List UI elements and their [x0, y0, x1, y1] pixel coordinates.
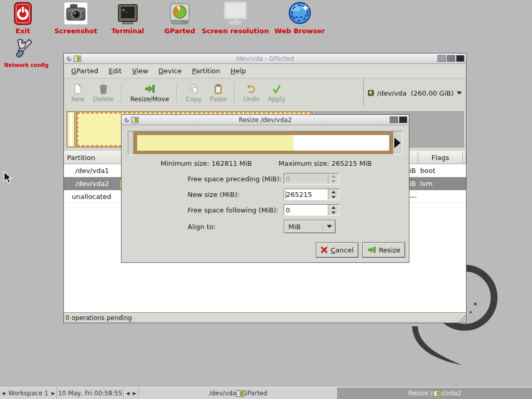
spin-up-icon[interactable]: [328, 189, 339, 194]
tools-icon: [4, 36, 46, 60]
close-button[interactable]: [399, 116, 407, 123]
maximize-button[interactable]: [390, 116, 398, 123]
power-icon: [4, 1, 42, 25]
resize-grip[interactable]: [458, 314, 466, 322]
partition-name: /dev/vda2: [64, 180, 109, 188]
disk-pie-icon: [159, 1, 201, 25]
chevron-down-icon: [457, 91, 462, 95]
apply-button[interactable]: Apply: [264, 81, 290, 106]
resize-button[interactable]: Resize: [362, 242, 405, 258]
desktop-icon-label: GParted: [159, 27, 201, 35]
row-right-fragment: ---: [409, 193, 417, 201]
align-to-dropdown[interactable]: MiB: [284, 220, 336, 233]
minimize-button[interactable]: [437, 55, 446, 62]
status-text: 0 operations pending: [64, 314, 132, 322]
undo-button[interactable]: Undo: [239, 81, 263, 106]
minimum-size-label: Minimum size: 162811 MiB: [161, 159, 252, 167]
used-space-bar: [137, 135, 294, 151]
menu-partition[interactable]: Partition: [187, 64, 225, 77]
desktop-icon-web-browser[interactable]: Web Browser: [271, 1, 328, 35]
copy-button[interactable]: Copy: [181, 81, 205, 106]
paste-button[interactable]: Paste: [206, 81, 231, 106]
device-selector-value: /dev/vda (260.00 GiB): [377, 89, 454, 97]
trash-icon: [99, 84, 108, 94]
partition-name: unallocated: [64, 193, 111, 201]
free-space-preceding-label: Free space preceding (MiB):: [188, 175, 282, 183]
maximum-size-label: Maximum size: 265215 MiB: [278, 159, 371, 167]
pager-right-icon[interactable]: ▶: [133, 391, 137, 396]
desktop-icon-network-config[interactable]: Network config: [4, 36, 46, 68]
partition-size-bar: [137, 135, 389, 151]
free-space-following-label: Free space following (MiB):: [188, 206, 278, 214]
resize-move-icon: [144, 84, 155, 94]
menu-device[interactable]: Device: [153, 64, 187, 77]
column-header-filler: [463, 151, 466, 164]
spin-down-icon: [328, 179, 339, 184]
cancel-button-label: Cancel: [330, 246, 353, 254]
dialog-titlebar[interactable]: Resize /dev/vda2: [122, 115, 409, 125]
row-right-fragment: iB lvm: [409, 180, 433, 188]
desktop-icon-screen-resolution[interactable]: Screen resolution: [202, 1, 269, 35]
status-bar: 0 operations pending: [64, 312, 466, 323]
new-button[interactable]: New: [67, 81, 89, 106]
main-titlebar[interactable]: /dev/vda - GParted: [64, 54, 466, 64]
spin-down-icon[interactable]: [328, 194, 339, 200]
desktop-icon-screenshot[interactable]: Screenshot: [54, 1, 98, 35]
device-selector[interactable]: /dev/vda (260.00 GiB): [363, 78, 466, 108]
mouse-cursor: [3, 171, 12, 185]
workspace-prev-icon[interactable]: ◀: [2, 391, 5, 396]
resize-arrow-icon: [367, 246, 376, 254]
toolbar: New Delete Resize/Move: [64, 78, 466, 109]
device-disk-icon: [368, 88, 374, 98]
cancel-x-icon: [321, 246, 328, 254]
desktop-icon-exit[interactable]: Exit: [4, 1, 42, 35]
taskbar-item-gparted[interactable]: /dev/vda - GParted: [139, 388, 338, 399]
copy-icon: [189, 84, 198, 94]
workspace-switcher[interactable]: ◀ Workspace 1 ▶: [0, 388, 57, 399]
desktop-icon-label: Screen resolution: [202, 27, 269, 35]
column-header-flags[interactable]: Flags: [418, 151, 463, 164]
resize-dialog: Resize /dev/vda2 Minimum size: 162811: [121, 114, 409, 263]
desktop-icon-terminal[interactable]: >_ Terminal: [106, 1, 150, 35]
clock: 10 May, Fri 00:58:55: [57, 388, 124, 399]
svg-text:>_: >_: [122, 7, 128, 12]
toolbar-separator: [122, 84, 123, 103]
camera-icon: [54, 1, 98, 25]
new-size-spinbox[interactable]: 265215: [284, 189, 339, 200]
free-space-following-value[interactable]: 0: [284, 205, 328, 215]
cancel-button[interactable]: Cancel: [316, 242, 358, 258]
workspace-next-icon[interactable]: ▶: [51, 391, 55, 396]
free-space-preceding-value: 0: [284, 174, 328, 184]
toolbar-separator: [234, 84, 235, 103]
clock-text: 10 May, Fri 00:58:55: [58, 390, 123, 397]
column-header-partition[interactable]: Partition: [64, 151, 122, 164]
left-resize-handle[interactable]: [128, 131, 134, 154]
menu-edit[interactable]: Edit: [103, 64, 127, 77]
window-title: /dev/vda - GParted: [64, 55, 466, 62]
spin-up-icon: [328, 174, 339, 179]
menu-help[interactable]: Help: [225, 64, 251, 77]
desktop-icon-gparted[interactable]: GParted: [159, 1, 201, 35]
desktop-icon-label: Network config: [4, 62, 46, 68]
gparted-task-icon: [433, 390, 441, 397]
right-resize-handle[interactable]: [393, 131, 402, 154]
resize-slider[interactable]: [128, 131, 403, 155]
maximize-button[interactable]: [447, 55, 455, 62]
taskbar-item-resize-dialog[interactable]: Resize /dev/vda2: [338, 388, 532, 399]
align-to-value: MiB: [284, 223, 323, 231]
spin-up-icon[interactable]: [328, 205, 339, 210]
resize-move-button[interactable]: Resize/Move: [126, 81, 174, 106]
delete-button[interactable]: Delete: [89, 81, 117, 106]
partition-name: /dev/vda1: [64, 167, 109, 175]
pager-left-icon[interactable]: ◀: [126, 391, 130, 396]
resize-arrow-icon[interactable]: [394, 138, 401, 148]
menu-view[interactable]: View: [127, 64, 153, 77]
free-space-following-spinbox[interactable]: 0: [284, 204, 339, 216]
menu-gparted[interactable]: GParted: [66, 64, 103, 77]
close-button[interactable]: [456, 55, 464, 62]
menubar: GParted Edit View Device Partition Help: [64, 64, 466, 78]
partition-box-vda1[interactable]: [66, 111, 75, 148]
resize-button-label: Resize: [379, 246, 401, 254]
spin-down-icon[interactable]: [328, 210, 339, 215]
iconbox-pager[interactable]: ◀ ▶: [124, 388, 139, 399]
